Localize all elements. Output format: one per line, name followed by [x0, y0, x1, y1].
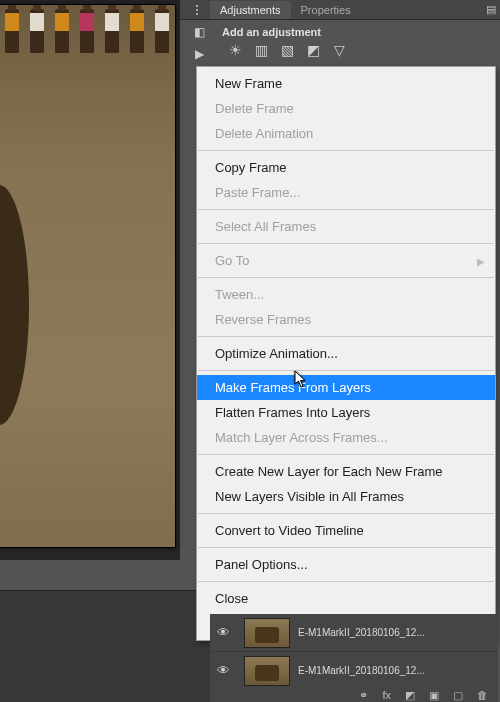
btn-toggle-icon[interactable]: ◧ — [190, 24, 208, 40]
menu-separator — [198, 209, 494, 210]
levels-icon[interactable]: ▥ — [252, 42, 270, 58]
menu-separator — [198, 243, 494, 244]
menu-separator — [198, 370, 494, 371]
menu-separator — [198, 454, 494, 455]
adjustments-heading: Add an adjustment — [180, 20, 500, 42]
link-icon[interactable]: ⚭ — [359, 689, 368, 702]
layer-name[interactable]: E-M1MarkII_20180106_12... — [298, 627, 498, 638]
menu-close[interactable]: Close — [197, 586, 495, 611]
layer-row[interactable]: 👁 E-M1MarkII_20180106_12... — [210, 652, 498, 690]
menu-separator — [198, 150, 494, 151]
adjustment-icon-row: ☀ ▥ ▧ ◩ ▽ — [180, 42, 500, 66]
menu-separator — [198, 277, 494, 278]
tab-properties[interactable]: Properties — [291, 1, 361, 19]
new-layer-icon[interactable]: ▢ — [453, 689, 463, 702]
layers-panel: 👁 E-M1MarkII_20180106_12... 👁 E-M1MarkII… — [210, 614, 498, 690]
tab-adjustments[interactable]: Adjustments — [210, 1, 291, 19]
fx-icon[interactable]: fx — [382, 689, 391, 701]
menu-reverse: Reverse Frames — [197, 307, 495, 332]
layer-thumbnail[interactable] — [244, 618, 290, 648]
menu-flatten[interactable]: Flatten Frames Into Layers — [197, 400, 495, 425]
menu-separator — [198, 336, 494, 337]
layers-footer: ⚭ fx ◩ ▣ ▢ 🗑 — [210, 688, 498, 702]
layer-thumbnail[interactable] — [244, 656, 290, 686]
visibility-eye-icon[interactable]: 👁 — [210, 625, 236, 640]
menu-optimize[interactable]: Optimize Animation... — [197, 341, 495, 366]
menu-go-to: Go To▶ — [197, 248, 495, 273]
folder-icon[interactable]: ▣ — [429, 689, 439, 702]
brightness-icon[interactable]: ☀ — [226, 42, 244, 58]
menu-create-new-layer[interactable]: Create New Layer for Each New Frame — [197, 459, 495, 484]
menu-make-frames-from-layers[interactable]: Make Frames From Layers — [197, 375, 495, 400]
panel-flyout-menu: New Frame Delete Frame Delete Animation … — [196, 66, 496, 641]
menu-new-visible[interactable]: New Layers Visible in All Frames — [197, 484, 495, 509]
menu-delete-animation: Delete Animation — [197, 121, 495, 146]
exposure-icon[interactable]: ◩ — [304, 42, 322, 58]
mouse-cursor-icon — [294, 370, 308, 388]
menu-separator — [198, 513, 494, 514]
btn-play-icon[interactable]: ▶ — [190, 46, 208, 62]
menu-match-layer: Match Layer Across Frames... — [197, 425, 495, 450]
menu-copy-frame[interactable]: Copy Frame — [197, 155, 495, 180]
menu-convert-video[interactable]: Convert to Video Timeline — [197, 518, 495, 543]
visibility-eye-icon[interactable]: 👁 — [210, 663, 236, 678]
panel-tabs: Adjustments Properties ▤ — [180, 0, 500, 20]
menu-separator — [198, 581, 494, 582]
menu-paste-frame: Paste Frame... — [197, 180, 495, 205]
panel-menu-icon[interactable]: ▤ — [486, 3, 496, 16]
vibrance-icon[interactable]: ▽ — [330, 42, 348, 58]
mask-icon[interactable]: ◩ — [405, 689, 415, 702]
menu-tween: Tween... — [197, 282, 495, 307]
canvas-area — [0, 0, 180, 560]
menu-new-frame[interactable]: New Frame — [197, 71, 495, 96]
menu-separator — [198, 547, 494, 548]
panel-collapse-icon[interactable] — [190, 5, 204, 15]
menu-panel-options[interactable]: Panel Options... — [197, 552, 495, 577]
layer-name[interactable]: E-M1MarkII_20180106_12... — [298, 665, 498, 676]
submenu-arrow-icon: ▶ — [477, 253, 485, 270]
timeline-area — [0, 590, 210, 702]
menu-delete-frame: Delete Frame — [197, 96, 495, 121]
menu-select-all: Select All Frames — [197, 214, 495, 239]
trash-icon[interactable]: 🗑 — [477, 689, 488, 701]
curves-icon[interactable]: ▧ — [278, 42, 296, 58]
layer-row[interactable]: 👁 E-M1MarkII_20180106_12... — [210, 614, 498, 652]
document-image[interactable] — [0, 4, 176, 548]
